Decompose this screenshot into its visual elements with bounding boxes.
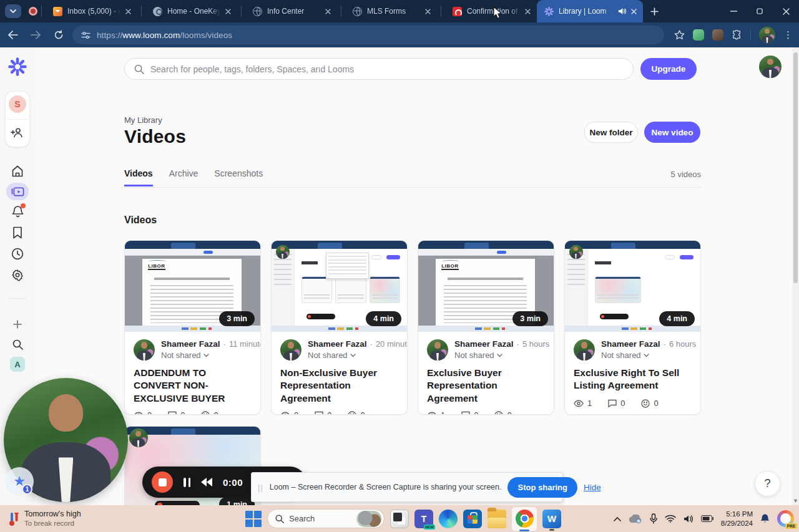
sidebar-item-home[interactable] [6, 162, 29, 180]
wifi-icon[interactable] [665, 515, 676, 523]
sidebar-item-notifications[interactable] [6, 203, 29, 220]
upgrade-button[interactable]: Upgrade [640, 58, 697, 80]
video-thumbnail[interactable]: 4 min [272, 241, 407, 332]
copilot-icon[interactable]: PRE [777, 510, 794, 527]
tray-chevron-icon[interactable] [614, 516, 621, 521]
video-title[interactable]: Non-Exclusive Buyer Representation Agree… [280, 367, 398, 405]
tab-onekey-home[interactable]: Home - OneKey MLS [145, 0, 237, 22]
maximize-button[interactable] [747, 0, 773, 22]
tab-info-center[interactable]: Info Center [245, 0, 337, 22]
tab-inbox[interactable]: Inbox (5,000) - shamee [46, 0, 137, 22]
clock-widget[interactable]: 5:16 PM 8/29/2024 [721, 510, 753, 528]
sidebar-item-bookmarks[interactable] [6, 224, 29, 241]
close-window-button[interactable] [773, 0, 799, 22]
bookmark-star-icon[interactable] [674, 30, 685, 40]
tab-videos[interactable]: Videos [124, 168, 153, 186]
video-thumbnail[interactable]: LIBOR 3 min [125, 241, 260, 332]
reload-button[interactable] [54, 30, 64, 40]
loom-logo-icon[interactable] [8, 57, 27, 76]
tab-divider [441, 6, 441, 17]
video-card[interactable]: 4 min Shameer Fazal·20 minutes Not share… [271, 240, 408, 415]
microsoft-store-icon[interactable] [463, 510, 482, 528]
word-icon[interactable]: W [542, 510, 561, 528]
new-video-button[interactable]: New video [644, 122, 700, 143]
tab-confirmation-pdf[interactable]: Confirmation of Seller [445, 0, 537, 22]
start-button[interactable] [245, 511, 262, 527]
address-bar[interactable]: https://www.loom.com/looms/videos [72, 26, 664, 44]
sidebar-item-library[interactable] [6, 183, 29, 200]
back-button[interactable] [7, 31, 18, 39]
microphone-icon[interactable] [650, 513, 657, 524]
extension-icon[interactable] [712, 29, 723, 41]
extension-icon[interactable] [693, 29, 704, 41]
tab-mls-forms[interactable]: MLS Forms [345, 0, 437, 22]
weather-widget[interactable]: Tomorrow's high To break record [9, 510, 134, 528]
teams-icon[interactable]: TNEW [414, 510, 433, 528]
forward-button[interactable] [31, 31, 41, 39]
minimize-button[interactable] [720, 0, 747, 22]
close-icon[interactable] [425, 9, 431, 14]
edge-icon[interactable] [439, 510, 458, 528]
close-icon[interactable] [631, 9, 637, 14]
sidebar-item-history[interactable] [6, 245, 29, 263]
video-card[interactable]: LIBOR 3 min Shameer Fazal·11 minutes Not… [124, 240, 261, 415]
video-title[interactable]: ADDENDUM TO CONVERT NON-EXCLUSIVE BUYER [134, 367, 252, 405]
chrome-icon-active[interactable] [512, 507, 537, 531]
close-icon[interactable] [525, 9, 531, 14]
file-explorer-icon[interactable] [488, 510, 506, 528]
speaker-icon[interactable] [684, 515, 694, 523]
profile-avatar[interactable] [759, 27, 775, 43]
reaction-star-badge[interactable]: ★ 1 [5, 467, 34, 496]
extensions-puzzle-icon[interactable] [732, 30, 742, 41]
close-icon[interactable] [325, 9, 331, 14]
share-status-dropdown[interactable]: Not shared [601, 351, 696, 360]
video-title[interactable]: Exclusive Right To Sell Listing Agreemen… [574, 367, 692, 393]
webcam-bubble[interactable]: ★ 1 [4, 378, 128, 502]
notification-bell-icon[interactable] [760, 513, 770, 524]
browser-menu-icon[interactable]: ⋮ [783, 29, 793, 41]
pause-recording-button[interactable] [184, 478, 190, 487]
workspace-card: S [5, 91, 30, 147]
onedrive-icon[interactable] [629, 515, 642, 523]
stop-recording-button[interactable] [152, 472, 173, 493]
video-thumbnail[interactable]: 4 min [565, 241, 700, 332]
hide-share-bar-link[interactable]: Hide [584, 483, 601, 492]
close-icon[interactable] [225, 9, 231, 14]
share-status-dropdown[interactable]: Not shared [454, 351, 549, 360]
loom-search[interactable] [124, 58, 634, 80]
sidebar-add-button[interactable] [6, 316, 29, 333]
video-title[interactable]: Exclusive Buyer Representation Agreement [427, 367, 545, 405]
sidebar-app-badge[interactable]: A [10, 357, 25, 372]
audio-speaker-icon[interactable] [618, 7, 626, 15]
share-status-dropdown[interactable]: Not shared [161, 351, 261, 360]
stop-sharing-button[interactable]: Stop sharing [507, 477, 577, 498]
drag-handle-icon[interactable]: || [258, 483, 263, 492]
site-settings-icon[interactable] [81, 31, 91, 39]
invite-people-icon[interactable] [11, 127, 24, 139]
workspace-avatar[interactable]: S [9, 95, 26, 113]
tab-search-button[interactable] [5, 4, 21, 18]
search-input[interactable] [150, 64, 624, 74]
tab-screenshots[interactable]: Screenshots [214, 168, 263, 186]
task-view-button[interactable] [390, 510, 409, 528]
tab-loom-library[interactable]: Library | Loom [537, 0, 643, 22]
new-tab-button[interactable] [650, 7, 659, 16]
sidebar-item-settings[interactable] [6, 266, 29, 284]
tab-archive[interactable]: Archive [169, 168, 199, 186]
weather-title: Tomorrow's high [24, 510, 81, 520]
page-scrollbar[interactable]: ▼ [792, 47, 799, 505]
taskbar-search[interactable]: Search [267, 509, 385, 528]
video-card[interactable]: 4 min Shameer Fazal·6 hours Not shared E… [564, 240, 701, 415]
sidebar-search-icon[interactable] [6, 336, 29, 353]
share-status-dropdown[interactable]: Not shared [308, 351, 408, 360]
battery-icon[interactable] [701, 515, 713, 522]
new-folder-button[interactable]: New folder [584, 122, 638, 143]
help-button[interactable]: ? [755, 471, 780, 496]
video-card[interactable]: LIBOR 3 min Shameer Fazal·5 hours Not sh… [418, 240, 554, 415]
account-avatar[interactable] [759, 56, 782, 78]
close-icon[interactable] [125, 9, 131, 14]
scrollbar-thumb[interactable] [793, 52, 798, 283]
video-thumbnail[interactable]: LIBOR 3 min [418, 241, 554, 332]
scrollbar-down-arrow[interactable]: ▼ [792, 498, 799, 504]
restart-recording-icon[interactable] [201, 478, 212, 486]
